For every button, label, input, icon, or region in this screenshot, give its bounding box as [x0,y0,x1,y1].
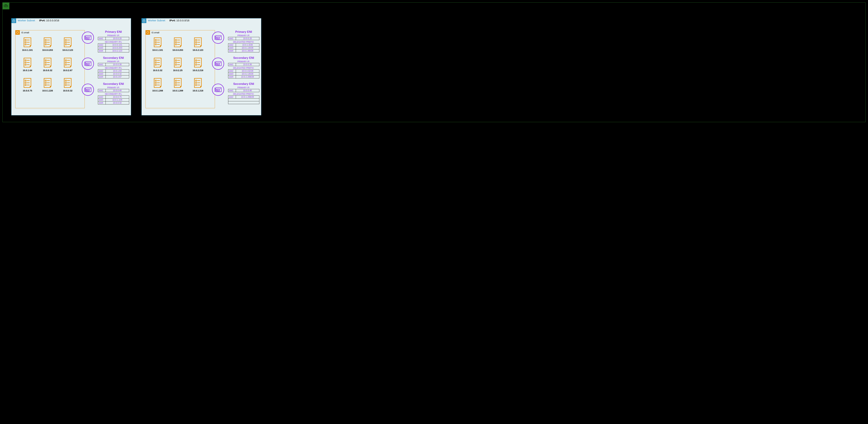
svg-rect-119 [175,82,176,83]
pod-ip: 10.0.0.203 [42,49,53,51]
svg-point-133 [220,36,221,37]
svg-rect-136 [217,64,218,65]
primary-ip-table: slot110.0.0.20 [228,37,259,40]
svg-point-71 [90,88,90,89]
pod: 10.0.0.203 [40,37,55,51]
svg-rect-19 [65,44,66,45]
svg-rect-49 [45,85,46,86]
pod-ip: 10.0.0.75 [23,89,32,92]
secondary-ip-table: slot210.0.1.64slot310.0.0.32slot410.0.2.… [98,69,129,78]
pod: 10.0.2.25 [170,58,186,72]
primary-ip-table: slot110.0.0.20 [98,37,129,40]
secondary-label: SECONDARY IPs: [96,93,131,95]
subnet-panel: Worker Subnet IPv4: 10.0.0.0/16 t3.small… [11,18,131,116]
pod-ip: 10.0.2.67 [63,69,72,72]
svg-rect-81 [175,39,176,41]
svg-rect-27 [45,60,46,61]
svg-rect-121 [175,85,176,86]
svg-rect-45 [45,80,46,81]
pod-ip: 10.0.1.226 [42,89,53,92]
pod-ip: 10.0.3.32 [153,69,162,72]
svg-rect-75 [155,39,156,41]
chip-icon [15,30,20,35]
secondary-label: DELEGATED PREFIX: [226,67,261,69]
subnet-title: Worker Subnet [148,19,165,22]
svg-point-61 [90,36,90,37]
svg-rect-111 [155,80,156,81]
svg-point-143 [220,88,221,89]
pod: 10.0.3.32 [150,58,165,72]
instance-type-label: t3.small [152,31,159,34]
primary-ip-label: PRIMARY IP: [96,87,131,89]
pod: 10.0.1.101 [20,37,35,51]
cloud-icon [2,2,9,9]
svg-rect-55 [65,85,66,86]
pod: 10.0.1.101 [150,37,165,51]
primary-ip-table: slot110.0.0.40 [228,89,259,92]
svg-rect-41 [25,82,26,83]
pod: 10.0.0.32 [60,78,75,92]
svg-rect-101 [175,62,176,63]
svg-rect-113 [155,82,156,83]
eni-title: Secondary ENI [226,56,261,60]
svg-rect-95 [155,62,156,63]
svg-rect-31 [45,64,46,65]
svg-rect-47 [45,82,46,83]
nic-icon [212,32,224,44]
secondary-ip-table: slot210.0.0.75slot310.0.1.226slot410.0.0… [98,95,129,104]
nic-icon [82,32,94,44]
svg-rect-105 [195,60,196,61]
instance-box: t3.small 10.0.1.10110.0.0.20310.0.2.1231… [146,30,215,108]
nic-icon [212,58,224,70]
svg-rect-51 [65,80,66,81]
svg-rect-137 [218,64,219,65]
pod: 10.0.1.218 [190,78,206,92]
pod-ip: 10.0.0.203 [173,49,183,51]
svg-rect-107 [195,62,196,63]
svg-rect-11 [45,42,46,43]
cloud-boundary: Worker Subnet IPv4: 10.0.0.0/16 t3.small… [2,2,866,122]
subnet-lock-icon [142,18,146,23]
pod: 10.0.2.67 [60,58,75,72]
primary-ip-label: PRIMARY IP: [96,34,131,37]
svg-rect-70 [88,90,88,91]
svg-rect-43 [25,85,26,86]
svg-rect-64 [87,64,88,65]
svg-rect-142 [218,90,219,91]
eni-title: Secondary ENI [96,82,131,86]
eni-column: Primary ENIPRIMARY IP:slot110.0.0.20DELE… [212,30,261,108]
pod-ip: 10.0.1.64 [23,69,32,72]
primary-ip-label: PRIMARY IP: [226,87,261,89]
pod-grid: 10.0.1.10110.0.0.20310.0.2.12310.0.3.321… [150,37,206,92]
svg-rect-83 [175,42,176,43]
pod: 10.0.0.75 [20,78,35,92]
svg-rect-7 [25,44,26,45]
svg-rect-33 [65,60,66,61]
secondary-label: SECONDARY IPs: [96,67,131,69]
primary-ip-table: slot110.0.0.40 [98,89,129,92]
svg-rect-141 [217,90,218,91]
pod-ip: 10.0.1.209 [173,89,183,92]
pod-ip: 10.0.0.32 [43,69,52,72]
svg-rect-23 [25,62,26,63]
pod: 10.0.2.123 [190,37,206,51]
secondary-label: DELEGATED PREFIX: [226,93,261,95]
svg-rect-99 [175,60,176,61]
pod-ip: 10.0.0.32 [63,89,72,92]
subnet-lock-icon [11,18,16,23]
svg-rect-93 [155,60,156,61]
pod-grid: 10.0.1.10110.0.0.20310.0.2.12310.0.1.641… [20,37,75,92]
svg-rect-35 [65,62,66,63]
svg-rect-109 [195,64,196,65]
svg-rect-69 [87,90,88,91]
eni-title: Primary ENI [226,30,261,34]
svg-rect-91 [195,44,196,45]
eni-block: Primary ENIPRIMARY IP:slot110.0.0.20SECO… [82,30,131,53]
subnet-ipv4: IPv4: 10.0.0.0/16 [169,19,189,22]
pod-ip: 10.0.2.123 [62,49,73,51]
pod-ip: 10.0.2.25 [173,69,182,72]
eni-block: Secondary ENIPRIMARY IP:slot110.0.0.30SE… [82,56,131,78]
nic-icon [82,58,94,70]
eni-block: Secondary ENIPRIMARY IP:slot110.0.0.40DE… [212,82,261,104]
nic-icon [212,84,224,96]
